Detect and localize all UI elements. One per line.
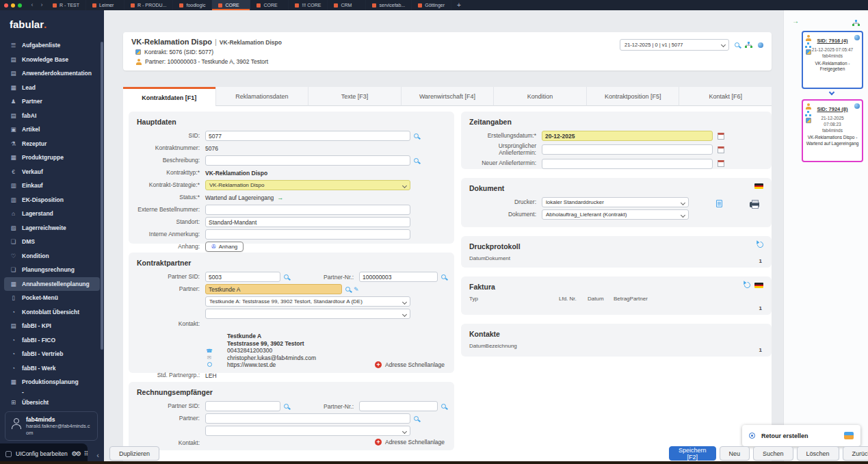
- sitemap-icon[interactable]: [745, 42, 752, 49]
- sidebar-item[interactable]: ▤ fabBI - KPI: [4, 319, 100, 333]
- close-window-icon[interactable]: [4, 3, 8, 8]
- contact-web[interactable]: https://www.test.de: [227, 361, 276, 368]
- sidebar-item[interactable]: ⚗ Rezeptur: [4, 137, 100, 151]
- sidebar-item[interactable]: ◔ Kontoblatt Übersicht: [4, 305, 100, 320]
- re-partner-nr-input[interactable]: [359, 401, 438, 411]
- footer-button[interactable]: Zurück: [843, 446, 868, 461]
- german-flag-icon[interactable]: [754, 283, 763, 288]
- gear-icon[interactable]: ⚙⚙: [72, 450, 80, 457]
- re-address-select[interactable]: [205, 426, 410, 436]
- browser-tab[interactable]: servicefab...: [366, 0, 412, 10]
- retour-mail-icon[interactable]: [844, 432, 854, 439]
- info-sphere-icon[interactable]: [854, 103, 860, 109]
- sidebar-item[interactable]: ▦ Lead: [4, 81, 100, 95]
- minimize-window-icon[interactable]: [11, 3, 15, 8]
- sidebar-item[interactable]: ▣ Artikel: [4, 123, 100, 137]
- browser-back-icon[interactable]: ‹: [27, 0, 37, 10]
- sid-link[interactable]: SID: 7924 (8): [805, 106, 860, 112]
- grid-dots-icon[interactable]: ⠿: [84, 450, 89, 457]
- partner-nr-input[interactable]: [359, 272, 438, 282]
- sidebar-item[interactable]: € Verkauf: [4, 165, 100, 179]
- form-tab[interactable]: Kontraktposition [F5]: [586, 87, 679, 106]
- form-tab[interactable]: Texte [F3]: [308, 87, 401, 106]
- info-sphere-icon[interactable]: [854, 35, 860, 40]
- search-icon[interactable]: [414, 416, 419, 421]
- refresh-icon[interactable]: [743, 281, 752, 289]
- sidebar-item[interactable]: ❏ DMS: [4, 235, 100, 249]
- refresh-icon[interactable]: [756, 240, 765, 249]
- retour-radio[interactable]: [749, 433, 755, 439]
- sidebar-item[interactable]: ▤ fabAI: [4, 109, 100, 123]
- new-tab-button[interactable]: +: [457, 0, 461, 10]
- sidebar-item[interactable]: ▤ Anwenderdokumentation: [4, 66, 100, 81]
- edit-icon[interactable]: ✎: [354, 286, 359, 293]
- sidebar-item[interactable]: -: [4, 389, 100, 396]
- german-flag-icon[interactable]: [754, 183, 763, 189]
- sidebar-item[interactable]: ◔ fabBI - Werk: [4, 361, 100, 376]
- sid-input[interactable]: [205, 131, 410, 141]
- maximize-window-icon[interactable]: [18, 3, 22, 8]
- sidebar-item[interactable]: ♡ Kondition: [4, 249, 100, 263]
- browser-tab[interactable]: Göttinger: [412, 0, 451, 10]
- search-icon[interactable]: [414, 158, 419, 163]
- browser-tab[interactable]: CORE: [212, 0, 250, 10]
- sidebar-item[interactable]: ▥ EK-Disposition: [4, 193, 100, 207]
- sidebar-item[interactable]: ⌂ Lagerstand: [4, 207, 100, 221]
- sid-link[interactable]: SID: 7916 (4): [805, 38, 860, 44]
- anhang-button[interactable]: ✇ Anhang: [205, 242, 244, 252]
- footer-button[interactable]: Speichern [F2]: [669, 446, 716, 461]
- contact-email[interactable]: christopher.lukas@fab4minds.com: [227, 355, 316, 361]
- sidebar-scrollbar[interactable]: [101, 42, 103, 350]
- form-tab[interactable]: Kontraktdaten [F1]: [123, 87, 215, 106]
- uiconfig-checkbox[interactable]: [5, 451, 12, 457]
- browser-tab[interactable]: foodlogic: [173, 0, 212, 10]
- sidebar-item[interactable]: ▥ Einkauf: [4, 179, 100, 193]
- adresse-schnellanlage-button[interactable]: + Adresse Schnellanlage: [375, 439, 445, 446]
- search-icon[interactable]: [284, 274, 289, 279]
- sidebar-item[interactable]: ▦ Annahmestellenplanung: [4, 277, 100, 292]
- sidebar-item[interactable]: ◔ fabBI - FICO: [4, 333, 100, 348]
- partner-sid-input[interactable]: [205, 272, 280, 282]
- strategie-select[interactable]: VK-Reklamation Dispo: [205, 180, 410, 190]
- re-partner-input[interactable]: [205, 413, 410, 424]
- sidebar-item[interactable]: ▦ Produktgruppe: [4, 151, 100, 165]
- calendar-icon[interactable]: [718, 133, 724, 140]
- address-select[interactable]: Testkunde A: Teststrasse 99, 3902 Testor…: [205, 296, 410, 307]
- drucker-select[interactable]: lokaler Standarddrucker: [542, 197, 689, 207]
- footer-button[interactable]: Löschen: [797, 446, 839, 461]
- sidebar-item[interactable]: ❏ Planungsrechnung: [4, 263, 100, 277]
- search-icon[interactable]: [441, 404, 446, 409]
- sidebar-item[interactable]: ▤ Knowledge Base: [4, 53, 100, 67]
- sidebar-item[interactable]: ☰ Aufgabenliste: [4, 38, 100, 53]
- browser-tab[interactable]: R - PRODU...: [124, 0, 173, 10]
- address-select-2[interactable]: [205, 309, 410, 319]
- dokument-select[interactable]: Abholauftrag_Lieferant (Kontrakt): [542, 209, 689, 220]
- neuer-anliefertermin-input[interactable]: [542, 159, 713, 169]
- calendar-icon[interactable]: [718, 146, 724, 153]
- adresse-schnellanlage-button[interactable]: + Adresse Schnellanlage: [375, 361, 445, 368]
- sidebar-item[interactable]: ▯ Pocket-Menü: [4, 291, 100, 305]
- browser-tab[interactable]: CRM: [328, 0, 366, 10]
- user-card[interactable]: fab4minds harald.falkner@fab4minds.com: [5, 411, 98, 441]
- interne-anmerkung-input[interactable]: [205, 229, 410, 240]
- printer-icon[interactable]: [750, 202, 759, 207]
- info-sphere-icon[interactable]: [758, 42, 763, 48]
- beschreibung-input[interactable]: [205, 155, 410, 166]
- urspruenglicher-anliefertermin-input[interactable]: [542, 144, 713, 155]
- green-arrow-icon[interactable]: →: [277, 194, 283, 201]
- form-tab[interactable]: Kondition: [493, 87, 586, 106]
- browser-tab[interactable]: R - TEST: [47, 0, 86, 10]
- search-icon[interactable]: [441, 274, 446, 279]
- search-icon[interactable]: [414, 133, 419, 138]
- sidebar-item[interactable]: ◔ fabBI - Vertrieb: [4, 347, 100, 361]
- form-tab[interactable]: Kontakt [F6]: [679, 87, 772, 106]
- browser-tab[interactable]: CORE: [250, 0, 289, 10]
- erstellungsdatum-input[interactable]: [542, 131, 713, 141]
- green-arrow-icon[interactable]: →: [792, 17, 799, 25]
- sidebar-item[interactable]: ▦ Produktionsplanung: [4, 375, 100, 389]
- re-partner-sid-input[interactable]: [205, 401, 280, 411]
- form-tab[interactable]: Warenwirtschaft [F4]: [401, 87, 494, 106]
- form-tab[interactable]: Reklamationsdaten: [215, 87, 308, 106]
- browser-tab[interactable]: !!! CORE: [289, 0, 328, 10]
- search-icon[interactable]: [284, 404, 289, 409]
